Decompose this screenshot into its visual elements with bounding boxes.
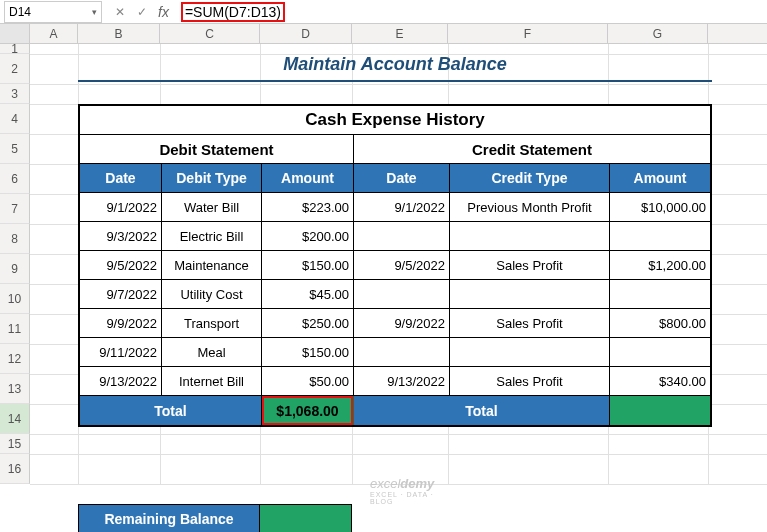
cell-debit-amount[interactable]: $223.00 xyxy=(262,193,354,222)
debit-total-label: Total xyxy=(80,396,262,425)
cell-debit-date[interactable]: 9/13/2022 xyxy=(80,367,162,396)
row-header-4[interactable]: 4 xyxy=(0,104,30,134)
row-header-8[interactable]: 8 xyxy=(0,224,30,254)
cell-credit-date[interactable] xyxy=(354,338,450,367)
cell-credit-amount[interactable]: $1,200.00 xyxy=(610,251,710,280)
table-row: 9/1/2022Water Bill$223.009/1/2022Previou… xyxy=(80,193,710,222)
cell-credit-type[interactable] xyxy=(450,338,610,367)
row-header-11[interactable]: 11 xyxy=(0,314,30,344)
cell-debit-amount[interactable]: $150.00 xyxy=(262,338,354,367)
credit-total-label: Total xyxy=(354,396,610,425)
cell-credit-type[interactable]: Previous Month Profit xyxy=(450,193,610,222)
cell-credit-amount[interactable]: $10,000.00 xyxy=(610,193,710,222)
row-header-16[interactable]: 16 xyxy=(0,454,30,484)
cell-credit-amount[interactable]: $340.00 xyxy=(610,367,710,396)
cell-debit-type[interactable]: Transport xyxy=(162,309,262,338)
row-header-5[interactable]: 5 xyxy=(0,134,30,164)
col-header-E[interactable]: E xyxy=(352,24,448,43)
cell-credit-type[interactable]: Sales Profit xyxy=(450,251,610,280)
table-row: 9/3/2022Electric Bill$200.00 xyxy=(80,222,710,251)
cell-debit-date[interactable]: 9/1/2022 xyxy=(80,193,162,222)
debit-section-header: Debit Statement xyxy=(80,135,354,164)
debit-total-value[interactable]: $1,068.00 xyxy=(262,396,354,425)
cell-debit-date[interactable]: 9/9/2022 xyxy=(80,309,162,338)
formula-input[interactable]: =SUM(D7:D13) xyxy=(177,1,767,23)
col-header-A[interactable]: A xyxy=(30,24,78,43)
col-date-credit: Date xyxy=(354,164,450,193)
col-date-debit: Date xyxy=(80,164,162,193)
cell-credit-date[interactable]: 9/9/2022 xyxy=(354,309,450,338)
row-header-6[interactable]: 6 xyxy=(0,164,30,194)
gridline-h xyxy=(30,434,767,435)
row-header-13[interactable]: 13 xyxy=(0,374,30,404)
watermark: exceldemy EXCEL · DATA · BLOG xyxy=(370,476,434,505)
cell-credit-amount[interactable] xyxy=(610,280,710,309)
cell-debit-date[interactable]: 9/3/2022 xyxy=(80,222,162,251)
chevron-down-icon[interactable]: ▾ xyxy=(92,7,97,17)
cell-debit-type[interactable]: Internet Bill xyxy=(162,367,262,396)
row-header-15[interactable]: 15 xyxy=(0,434,30,454)
cell-credit-date[interactable] xyxy=(354,280,450,309)
col-header-D[interactable]: D xyxy=(260,24,352,43)
col-header-F[interactable]: F xyxy=(448,24,608,43)
cell-credit-date[interactable] xyxy=(354,222,450,251)
row-header-7[interactable]: 7 xyxy=(0,194,30,224)
col-header-C[interactable]: C xyxy=(160,24,260,43)
cell-credit-amount[interactable] xyxy=(610,222,710,251)
col-amount-credit: Amount xyxy=(610,164,710,193)
formula-text: =SUM(D7:D13) xyxy=(181,2,285,22)
credit-total-value[interactable] xyxy=(610,396,710,425)
cell-debit-type[interactable]: Electric Bill xyxy=(162,222,262,251)
cell-debit-date[interactable]: 9/7/2022 xyxy=(80,280,162,309)
col-header-B[interactable]: B xyxy=(78,24,160,43)
cell-debit-type[interactable]: Maintenance xyxy=(162,251,262,280)
gridline-h xyxy=(30,484,767,485)
row-header-3[interactable]: 3 xyxy=(0,84,30,104)
row-header-10[interactable]: 10 xyxy=(0,284,30,314)
cell-debit-type[interactable]: Utility Cost xyxy=(162,280,262,309)
cell-credit-amount[interactable] xyxy=(610,338,710,367)
row-header-9[interactable]: 9 xyxy=(0,254,30,284)
cell-debit-date[interactable]: 9/5/2022 xyxy=(80,251,162,280)
col-credit-type: Credit Type xyxy=(450,164,610,193)
remaining-balance-value[interactable] xyxy=(260,504,352,532)
cell-debit-type[interactable]: Meal xyxy=(162,338,262,367)
table-row: 9/13/2022Internet Bill$50.009/13/2022Sal… xyxy=(80,367,710,396)
fx-icon[interactable]: fx xyxy=(158,4,169,20)
cell-credit-amount[interactable]: $800.00 xyxy=(610,309,710,338)
page-title: Maintain Account Balance xyxy=(78,54,712,82)
cell-debit-date[interactable]: 9/11/2022 xyxy=(80,338,162,367)
cell-debit-type[interactable]: Water Bill xyxy=(162,193,262,222)
remaining-balance-label: Remaining Balance xyxy=(78,504,260,532)
select-all-corner[interactable] xyxy=(0,24,30,43)
cancel-icon[interactable]: ✕ xyxy=(110,2,130,22)
cell-credit-type[interactable]: Sales Profit xyxy=(450,367,610,396)
cell-credit-date[interactable]: 9/1/2022 xyxy=(354,193,450,222)
cell-credit-date[interactable]: 9/13/2022 xyxy=(354,367,450,396)
table-row: 9/9/2022Transport$250.009/9/2022Sales Pr… xyxy=(80,309,710,338)
cell-credit-type[interactable] xyxy=(450,222,610,251)
cell-debit-amount[interactable]: $150.00 xyxy=(262,251,354,280)
gridline-h xyxy=(30,454,767,455)
credit-section-header: Credit Statement xyxy=(354,135,710,164)
row-headers: 12345678910111213141516 xyxy=(0,44,30,484)
col-header-G[interactable]: G xyxy=(608,24,708,43)
table-row: 9/5/2022Maintenance$150.009/5/2022Sales … xyxy=(80,251,710,280)
cell-debit-amount[interactable]: $250.00 xyxy=(262,309,354,338)
cell-debit-amount[interactable]: $50.00 xyxy=(262,367,354,396)
cell-credit-type[interactable] xyxy=(450,280,610,309)
formula-bar: D14 ▾ ✕ ✓ fx =SUM(D7:D13) xyxy=(0,0,767,24)
watermark-tag: EXCEL · DATA · BLOG xyxy=(370,491,434,505)
cell-debit-amount[interactable]: $45.00 xyxy=(262,280,354,309)
row-header-12[interactable]: 12 xyxy=(0,344,30,374)
row-header-14[interactable]: 14 xyxy=(0,404,30,434)
check-icon[interactable]: ✓ xyxy=(132,2,152,22)
cell-debit-amount[interactable]: $200.00 xyxy=(262,222,354,251)
row-header-2[interactable]: 2 xyxy=(0,54,30,84)
col-amount-debit: Amount xyxy=(262,164,354,193)
name-box[interactable]: D14 ▾ xyxy=(4,1,102,23)
cell-credit-type[interactable]: Sales Profit xyxy=(450,309,610,338)
col-debit-type: Debit Type xyxy=(162,164,262,193)
row-header-1[interactable]: 1 xyxy=(0,44,30,54)
cell-credit-date[interactable]: 9/5/2022 xyxy=(354,251,450,280)
